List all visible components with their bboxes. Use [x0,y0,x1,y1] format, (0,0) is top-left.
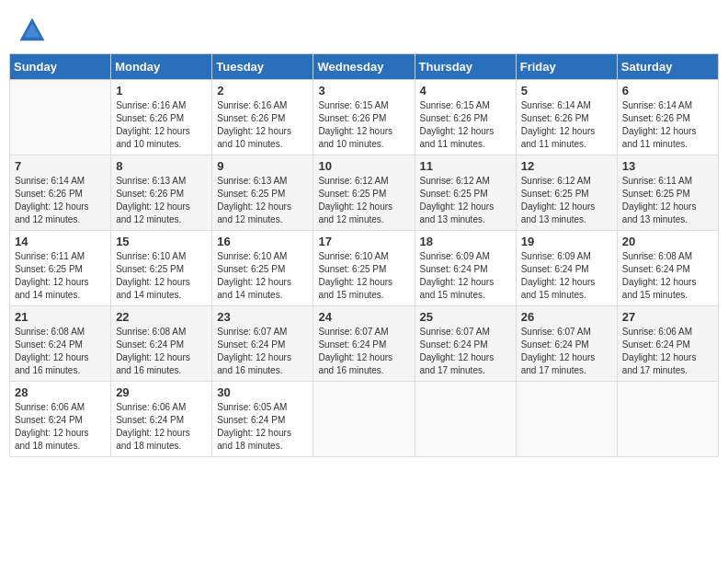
day-info: Sunrise: 6:11 AM Sunset: 6:25 PM Dayligh… [622,175,713,226]
day-number: 15 [116,235,207,248]
day-number: 1 [116,84,207,98]
calendar-cell: 1Sunrise: 6:16 AM Sunset: 6:26 PM Daylig… [111,80,212,155]
day-info: Sunrise: 6:16 AM Sunset: 6:26 PM Dayligh… [116,99,207,151]
day-info: Sunrise: 6:06 AM Sunset: 6:24 PM Dayligh… [15,401,106,453]
day-number: 20 [622,235,713,248]
day-number: 7 [15,159,106,173]
calendar-cell: 18Sunrise: 6:09 AM Sunset: 6:24 PM Dayli… [415,231,516,306]
calendar-cell: 22Sunrise: 6:08 AM Sunset: 6:24 PM Dayli… [111,306,212,382]
day-number: 27 [622,310,713,324]
calendar-cell: 25Sunrise: 6:07 AM Sunset: 6:24 PM Dayli… [415,306,516,382]
day-info: Sunrise: 6:09 AM Sunset: 6:24 PM Dayligh… [521,250,612,302]
calendar-week-row: 14Sunrise: 6:11 AM Sunset: 6:25 PM Dayli… [10,231,719,306]
day-number: 28 [15,385,106,399]
day-number: 18 [420,235,511,248]
calendar-cell: 13Sunrise: 6:11 AM Sunset: 6:25 PM Dayli… [617,155,718,231]
day-info: Sunrise: 6:08 AM Sunset: 6:24 PM Dayligh… [622,250,713,302]
day-info: Sunrise: 6:07 AM Sunset: 6:24 PM Dayligh… [420,326,511,377]
calendar-cell [516,382,617,457]
calendar-cell [10,80,111,155]
calendar-cell: 17Sunrise: 6:10 AM Sunset: 6:25 PM Dayli… [313,231,415,306]
calendar-week-row: 1Sunrise: 6:16 AM Sunset: 6:26 PM Daylig… [10,80,719,155]
calendar-cell: 4Sunrise: 6:15 AM Sunset: 6:26 PM Daylig… [415,80,516,155]
day-number: 8 [116,159,207,173]
calendar-week-row: 28Sunrise: 6:06 AM Sunset: 6:24 PM Dayli… [10,382,719,457]
calendar-cell: 7Sunrise: 6:14 AM Sunset: 6:26 PM Daylig… [10,155,111,231]
day-info: Sunrise: 6:06 AM Sunset: 6:24 PM Dayligh… [622,326,713,377]
day-info: Sunrise: 6:15 AM Sunset: 6:26 PM Dayligh… [420,99,511,151]
calendar-week-row: 7Sunrise: 6:14 AM Sunset: 6:26 PM Daylig… [10,155,719,231]
day-info: Sunrise: 6:11 AM Sunset: 6:25 PM Dayligh… [15,250,106,302]
calendar-cell: 11Sunrise: 6:12 AM Sunset: 6:25 PM Dayli… [415,155,516,231]
day-number: 17 [318,235,409,248]
day-info: Sunrise: 6:14 AM Sunset: 6:26 PM Dayligh… [15,175,106,226]
day-info: Sunrise: 6:08 AM Sunset: 6:24 PM Dayligh… [116,326,207,377]
day-number: 12 [521,159,612,173]
day-info: Sunrise: 6:06 AM Sunset: 6:24 PM Dayligh… [116,401,207,453]
calendar-cell: 28Sunrise: 6:06 AM Sunset: 6:24 PM Dayli… [10,382,111,457]
calendar-cell: 8Sunrise: 6:13 AM Sunset: 6:26 PM Daylig… [111,155,212,231]
day-info: Sunrise: 6:12 AM Sunset: 6:25 PM Dayligh… [420,175,511,226]
calendar-cell: 9Sunrise: 6:13 AM Sunset: 6:25 PM Daylig… [212,155,313,231]
day-info: Sunrise: 6:05 AM Sunset: 6:24 PM Dayligh… [217,401,308,453]
day-info: Sunrise: 6:13 AM Sunset: 6:25 PM Dayligh… [217,175,308,226]
day-info: Sunrise: 6:14 AM Sunset: 6:26 PM Dayligh… [622,99,713,151]
day-number: 29 [116,385,207,399]
day-number: 5 [521,84,612,98]
day-info: Sunrise: 6:16 AM Sunset: 6:26 PM Dayligh… [217,99,308,151]
day-info: Sunrise: 6:10 AM Sunset: 6:25 PM Dayligh… [318,250,409,302]
day-header-tuesday: Tuesday [212,54,313,80]
calendar-cell: 2Sunrise: 6:16 AM Sunset: 6:26 PM Daylig… [212,80,313,155]
calendar-cell: 10Sunrise: 6:12 AM Sunset: 6:25 PM Dayli… [313,155,415,231]
calendar-cell [617,382,718,457]
day-info: Sunrise: 6:08 AM Sunset: 6:24 PM Dayligh… [15,326,106,377]
calendar-week-row: 21Sunrise: 6:08 AM Sunset: 6:24 PM Dayli… [10,306,719,382]
logo [18,17,50,44]
calendar-cell: 15Sunrise: 6:10 AM Sunset: 6:25 PM Dayli… [111,231,212,306]
day-info: Sunrise: 6:14 AM Sunset: 6:26 PM Dayligh… [521,99,612,151]
calendar-cell: 26Sunrise: 6:07 AM Sunset: 6:24 PM Dayli… [516,306,617,382]
day-number: 2 [217,84,308,98]
day-info: Sunrise: 6:15 AM Sunset: 6:26 PM Dayligh… [318,99,409,151]
day-number: 13 [622,159,713,173]
day-number: 14 [15,235,106,248]
calendar-cell: 14Sunrise: 6:11 AM Sunset: 6:25 PM Dayli… [10,231,111,306]
day-info: Sunrise: 6:09 AM Sunset: 6:24 PM Dayligh… [420,250,511,302]
calendar-cell: 24Sunrise: 6:07 AM Sunset: 6:24 PM Dayli… [313,306,415,382]
day-number: 9 [217,159,308,173]
calendar-cell: 3Sunrise: 6:15 AM Sunset: 6:26 PM Daylig… [313,80,415,155]
calendar-cell: 21Sunrise: 6:08 AM Sunset: 6:24 PM Dayli… [10,306,111,382]
day-number: 24 [318,310,409,324]
day-number: 22 [116,310,207,324]
day-info: Sunrise: 6:12 AM Sunset: 6:25 PM Dayligh… [521,175,612,226]
calendar-header-row: SundayMondayTuesdayWednesdayThursdayFrid… [10,54,719,80]
day-number: 19 [521,235,612,248]
day-number: 6 [622,84,713,98]
calendar-cell: 27Sunrise: 6:06 AM Sunset: 6:24 PM Dayli… [617,306,718,382]
calendar-cell: 29Sunrise: 6:06 AM Sunset: 6:24 PM Dayli… [111,382,212,457]
calendar-cell: 16Sunrise: 6:10 AM Sunset: 6:25 PM Dayli… [212,231,313,306]
day-number: 23 [217,310,308,324]
logo-icon [18,17,46,44]
calendar-cell [415,382,516,457]
day-number: 30 [217,385,308,399]
day-info: Sunrise: 6:12 AM Sunset: 6:25 PM Dayligh… [318,175,409,226]
day-number: 16 [217,235,308,248]
calendar-cell: 23Sunrise: 6:07 AM Sunset: 6:24 PM Dayli… [212,306,313,382]
day-header-friday: Friday [516,54,617,80]
calendar-table: SundayMondayTuesdayWednesdayThursdayFrid… [9,53,719,457]
day-info: Sunrise: 6:10 AM Sunset: 6:25 PM Dayligh… [217,250,308,302]
day-number: 25 [420,310,511,324]
day-header-sunday: Sunday [10,54,111,80]
day-header-wednesday: Wednesday [313,54,415,80]
day-number: 4 [420,84,511,98]
day-number: 10 [318,159,409,173]
day-number: 26 [521,310,612,324]
day-info: Sunrise: 6:07 AM Sunset: 6:24 PM Dayligh… [318,326,409,377]
calendar-cell: 12Sunrise: 6:12 AM Sunset: 6:25 PM Dayli… [516,155,617,231]
day-header-thursday: Thursday [415,54,516,80]
day-number: 21 [15,310,106,324]
calendar-cell: 30Sunrise: 6:05 AM Sunset: 6:24 PM Dayli… [212,382,313,457]
calendar-cell: 20Sunrise: 6:08 AM Sunset: 6:24 PM Dayli… [617,231,718,306]
calendar-cell: 6Sunrise: 6:14 AM Sunset: 6:26 PM Daylig… [617,80,718,155]
